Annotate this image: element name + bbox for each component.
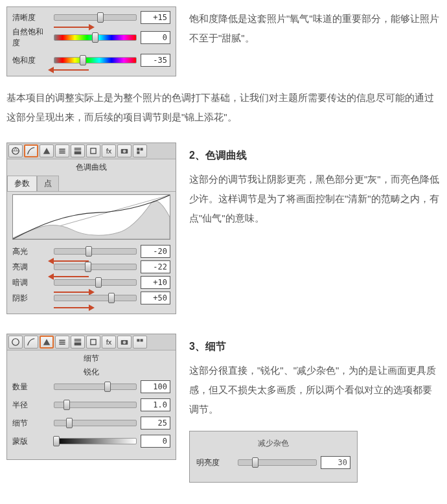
slider-label: 饱和度: [12, 55, 50, 66]
slider-knob[interactable]: [66, 418, 73, 428]
tool-camera-icon[interactable]: [117, 336, 132, 349]
slider-knob[interactable]: [85, 262, 91, 272]
slider-track[interactable]: [54, 34, 137, 41]
slider-knob[interactable]: [104, 382, 111, 392]
sub-title: 锐化: [12, 367, 170, 378]
slider-value[interactable]: 1.0: [141, 398, 170, 411]
tone-curve-panel: fx 色调曲线 参数 点 高光 -20 亮调 -22: [6, 143, 176, 314]
tool-fx-icon[interactable]: fx: [102, 336, 116, 349]
slider-track[interactable]: [54, 279, 137, 286]
tool-aperture-icon[interactable]: [8, 144, 23, 157]
slider-label: 蒙版: [12, 436, 50, 447]
slider-track[interactable]: [54, 264, 137, 270]
slider-knob[interactable]: [97, 12, 104, 23]
slider-track[interactable]: [54, 14, 137, 21]
panel-toolbar: fx: [7, 143, 176, 159]
tool-split-icon[interactable]: [71, 144, 85, 157]
slider-label: 高光: [12, 246, 50, 257]
svg-point-13: [12, 339, 19, 346]
slider-mask: 蒙版 0: [12, 435, 170, 448]
slider-label: 数量: [12, 382, 50, 393]
slider-saturation: 饱和度 -35: [12, 54, 170, 67]
tool-hsl-icon[interactable]: [55, 144, 69, 157]
svg-rect-3: [59, 152, 65, 154]
slider-value[interactable]: +50: [141, 292, 170, 304]
slider-value[interactable]: +15: [141, 11, 170, 24]
tool-curve-icon[interactable]: [24, 144, 38, 157]
slider-knob[interactable]: [63, 400, 70, 410]
tool-detail-icon[interactable]: [40, 336, 54, 349]
tab-point[interactable]: 点: [37, 176, 59, 191]
slider-knob[interactable]: [95, 277, 102, 288]
panel-title: 色调曲线: [12, 162, 170, 173]
slider-knob[interactable]: [53, 436, 60, 446]
slider-value[interactable]: -35: [141, 54, 170, 67]
slider-knob[interactable]: [86, 246, 92, 257]
slider-value[interactable]: 0: [141, 435, 170, 448]
section2-text: 2、色调曲线 这部分的调节我让阴影更亮，黑色部分更"灰"，而亮色降低少许。这样调…: [189, 143, 441, 314]
slider-track[interactable]: [54, 384, 137, 390]
tool-lens-icon[interactable]: [86, 336, 100, 349]
slider-label: 亮调: [12, 262, 50, 273]
tool-preset-icon[interactable]: [133, 144, 147, 157]
slider-track[interactable]: [54, 248, 137, 255]
tool-curve-icon[interactable]: [24, 336, 38, 349]
slider-highlights: 高光 -20: [12, 245, 170, 258]
histogram: [12, 194, 170, 240]
slider-value[interactable]: 30: [321, 456, 350, 469]
slider-track[interactable]: [54, 420, 137, 426]
slider-luminance: 明亮度 30: [196, 455, 350, 470]
svg-rect-9: [137, 148, 139, 150]
slider-lights: 亮调 -22: [12, 260, 170, 273]
slider-track[interactable]: [238, 459, 317, 466]
svg-rect-23: [141, 339, 143, 341]
tool-lens-icon[interactable]: [86, 144, 100, 157]
svg-rect-14: [59, 340, 65, 341]
tabs: 参数 点: [7, 176, 176, 192]
slider-darks: 暗调 +10: [12, 276, 170, 289]
desc-top: 饱和度降低是这套照片"氧气"味道的重要部分，能够让照片不至于"甜腻"。: [189, 6, 441, 76]
slider-track[interactable]: [54, 57, 137, 63]
tool-hsl-icon[interactable]: [55, 336, 69, 349]
svg-rect-4: [74, 148, 82, 151]
tool-fx-icon[interactable]: fx: [102, 144, 116, 157]
svg-rect-15: [59, 341, 65, 343]
paragraph-mid: 基本项目的调整实际上是为整个照片的色调打下基础，让我们对主题所需要传达的信息尽可…: [6, 88, 441, 127]
slider-value[interactable]: 0: [141, 31, 170, 44]
slider-radius: 半径 1.0: [12, 398, 170, 411]
slider-value[interactable]: +10: [141, 276, 170, 289]
slider-value[interactable]: 100: [141, 380, 170, 393]
svg-rect-6: [91, 148, 96, 154]
slider-track[interactable]: [54, 295, 137, 301]
slider-label: 细节: [12, 418, 50, 429]
slider-label: 明亮度: [196, 455, 234, 470]
tool-detail-icon[interactable]: [40, 144, 54, 157]
slider-label: 自然饱和度: [12, 27, 50, 49]
slider-knob[interactable]: [252, 457, 258, 468]
slider-value[interactable]: -22: [141, 260, 170, 273]
top-adjust-panel: 清晰度 +15 自然饱和度 0 饱和度 -35: [6, 6, 176, 76]
slider-value[interactable]: 25: [141, 417, 170, 430]
tool-aperture-icon[interactable]: [8, 336, 23, 349]
tab-parametric[interactable]: 参数: [7, 176, 37, 191]
slider-detail: 细节 25: [12, 417, 170, 430]
section2-heading: 2、色调曲线: [189, 145, 441, 166]
slider-track[interactable]: [54, 438, 137, 444]
svg-point-21: [123, 341, 126, 344]
tool-split-icon[interactable]: [71, 336, 85, 349]
svg-rect-19: [91, 339, 96, 345]
tool-camera-icon[interactable]: [117, 144, 132, 157]
svg-rect-2: [59, 150, 65, 152]
svg-rect-11: [137, 152, 139, 154]
slider-value[interactable]: -20: [141, 245, 170, 258]
tool-preset-icon[interactable]: [133, 336, 147, 349]
slider-knob[interactable]: [108, 293, 115, 303]
panel-toolbar: fx: [7, 334, 176, 350]
slider-knob[interactable]: [92, 32, 98, 43]
section3-text: 3、细节 这部分很直接，"锐化"、"减少杂色"，为的是让画面更具质感，但又不损失…: [189, 334, 441, 483]
slider-label: 阴影: [12, 293, 50, 304]
detail-panel: fx 细节 锐化 数量 100 半径 1.0 细节 25 蒙版 0: [6, 334, 176, 460]
slider-knob[interactable]: [80, 55, 86, 65]
svg-rect-5: [74, 152, 82, 155]
slider-track[interactable]: [54, 402, 137, 408]
